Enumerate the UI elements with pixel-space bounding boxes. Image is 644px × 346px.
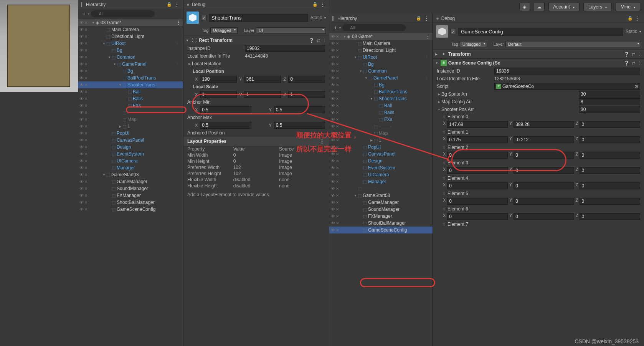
tree-item[interactable]: 👁⨯⬚GameManager <box>78 178 183 185</box>
tree-item[interactable]: 👁⨯▼⬚GameStart03 <box>329 192 433 199</box>
tree-item[interactable]: 👁⨯⬚FXs <box>329 116 433 123</box>
tree-item[interactable]: 👁⨯⬚Design <box>78 144 183 151</box>
tree-item[interactable]: 👁⨯⬚Bg <box>78 47 183 54</box>
tag-dropdown[interactable]: Untagged <box>210 27 238 33</box>
tree-item[interactable]: 👁⨯⬚GameManager <box>329 199 433 206</box>
context-menu-icon[interactable]: ⋮ <box>174 2 180 8</box>
context-menu-icon[interactable]: ⋮ <box>320 2 326 8</box>
object-name-field[interactable] <box>458 28 623 36</box>
hierarchy-search[interactable] <box>342 24 406 31</box>
tree-item[interactable]: 👁⨯⬚Main Camera <box>78 26 183 33</box>
hierarchy-title[interactable]: Hierarchy <box>86 2 164 7</box>
tree-item[interactable]: 👁⨯⬚GameSceneConfig <box>329 227 433 233</box>
tree-item[interactable]: 👁⨯⬚ ------------- <box>78 109 183 116</box>
tree-item[interactable]: 👁⨯▼⬚Common <box>329 68 433 74</box>
tree-item[interactable]: 👁⨯⬚Directional Light <box>78 33 183 40</box>
tree-item[interactable]: 👁⨯▼⬚UIRoot〉 <box>78 40 183 47</box>
tree-item[interactable]: 👁⨯▼⬚Common <box>78 54 183 61</box>
hierarchy-panel-left: Hierarchy 🔒 ⋮ + ▾ 👁⨯▼◈03 Game*⋮👁⨯⬚Main C… <box>78 0 183 346</box>
tag-dropdown[interactable]: Untagged <box>460 41 487 47</box>
rect-transform-icon: ⛶ <box>191 37 197 43</box>
tree-item[interactable]: 👁⨯⬚Bg <box>78 68 183 74</box>
create-button[interactable]: + <box>332 25 339 31</box>
tree-item[interactable]: 👁⨯▼⬚ShooterTrans <box>329 95 433 102</box>
tree-item[interactable]: 👁⨯⬚GameSceneConfig <box>78 206 183 213</box>
tree-item[interactable]: 👁⨯⬚Balls <box>78 95 183 102</box>
preset-icon[interactable]: ⇄ <box>317 38 320 43</box>
account-dropdown[interactable]: Account <box>548 3 580 11</box>
cloud-icon[interactable]: ☁ <box>534 3 545 11</box>
tree-item[interactable]: 👁⨯⬚ ------------- <box>329 185 433 192</box>
tree-item[interactable]: 👁⨯⬚Balls <box>329 109 433 116</box>
pos-y[interactable] <box>244 76 281 83</box>
tree-item[interactable]: 👁⨯⬚FXManager <box>78 192 183 199</box>
hierarchy-search[interactable] <box>91 10 155 17</box>
scale-x[interactable] <box>200 91 237 98</box>
tree-item[interactable]: 👁⨯⬚BallPoolTrans <box>329 88 433 95</box>
scene-row[interactable]: 👁⨯▼◈03 Game*⋮ <box>78 19 183 26</box>
tree-item[interactable]: 👁⨯⬚EventSystem <box>78 151 183 157</box>
tree-item[interactable]: 👁⨯⬚Bg <box>329 81 433 88</box>
tree-item[interactable]: 👁⨯▼⬚UIRoot〉 <box>329 54 433 61</box>
main-toolbar: ◈ ☁ Account Layers Mine <box>329 0 644 14</box>
tree-item[interactable]: 👁⨯⬚CanvasPanel <box>329 151 433 157</box>
tree-item[interactable]: 👁⨯▼⬚ShooterTrans <box>78 81 183 88</box>
tree-item[interactable]: 👁⨯⬚PopUI <box>329 144 433 151</box>
layers-dropdown[interactable]: Layers <box>583 3 612 11</box>
menu-icon[interactable]: ⋮ <box>322 38 327 43</box>
hierarchy-tree[interactable]: 👁⨯▼◈03 Game*⋮👁⨯⬚Main Camera👁⨯⬚Directiona… <box>329 32 433 346</box>
tree-item[interactable]: 👁⨯⬚Bg <box>329 61 433 68</box>
active-checkbox[interactable]: ✓ <box>451 29 456 34</box>
tree-item[interactable]: 👁⨯▼⬚GamePanel〉 <box>78 61 183 68</box>
tree-item[interactable]: 👁⨯⬚FXManager <box>329 213 433 220</box>
scale-z[interactable] <box>288 91 325 98</box>
tree-item[interactable]: 👁⨯⬚EventSystem <box>329 164 433 171</box>
menu-icon[interactable]: ⋮ <box>635 15 641 22</box>
tree-item[interactable]: 👁⨯⬚Ball <box>78 88 183 95</box>
tree-item[interactable]: 👁⨯⬚ShootBallManager <box>78 199 183 206</box>
services-icon[interactable]: ◈ <box>519 3 530 11</box>
pos-x[interactable] <box>200 76 237 83</box>
lock-icon[interactable]: 🔒 <box>627 16 633 21</box>
object-name-field[interactable] <box>209 14 308 22</box>
tree-item[interactable]: 👁⨯⬚Main Camera <box>329 40 433 47</box>
tree-item[interactable]: 👁⨯▼⬚GameStart03 <box>78 171 183 178</box>
tree-item[interactable]: 👁⨯⬚Manager <box>78 164 183 171</box>
lock-icon[interactable]: 🔒 <box>167 2 172 7</box>
scale-y[interactable] <box>244 91 281 98</box>
tree-item[interactable]: 👁⨯⬚UICamera <box>78 157 183 164</box>
tree-item[interactable]: 👁⨯⬚CanvasPanel <box>78 137 183 144</box>
tree-item[interactable]: 👁⨯⬚PopUI <box>78 130 183 137</box>
layer-dropdown[interactable]: Default <box>505 41 641 47</box>
instance-id-field[interactable] <box>245 45 325 52</box>
lock-icon[interactable]: 🔒 <box>416 16 421 21</box>
tree-item[interactable]: 👁⨯⬚SoundManager <box>78 185 183 192</box>
layer-dropdown[interactable]: UI <box>256 27 326 33</box>
lock-icon[interactable]: 🔒 <box>312 2 318 7</box>
tree-item[interactable]: 👁⨯⬚UICamera <box>329 171 433 178</box>
tree-item[interactable]: 👁⨯⬚Design <box>329 157 433 164</box>
tree-item[interactable]: 👁⨯▼⬚GamePanel〉 <box>329 74 433 81</box>
tree-item[interactable]: 👁⨯⬚BallPoolTrans <box>78 74 183 81</box>
tree-item[interactable]: 👁⨯▶⬚1 <box>329 137 433 144</box>
active-checkbox[interactable]: ✓ <box>201 15 206 20</box>
tree-item[interactable]: 👁⨯⬚Manager <box>329 178 433 185</box>
menu-icon[interactable]: ⋮ <box>424 15 429 22</box>
layout-dropdown[interactable]: Mine <box>616 3 640 11</box>
tree-item[interactable]: 👁⨯⬚Map <box>78 116 183 123</box>
scene-row[interactable]: 👁⨯▼◈03 Game*⋮ <box>329 33 433 40</box>
tree-item[interactable]: 👁⨯⬚ ------------- <box>329 123 433 130</box>
tree-item[interactable]: 👁⨯⬚ShootBallManager <box>329 220 433 227</box>
pos-z[interactable] <box>288 76 325 83</box>
tree-item[interactable]: 👁⨯⬚Map <box>329 130 433 137</box>
debug-title[interactable]: Debug <box>192 2 310 7</box>
tree-item[interactable]: 👁⨯⬚SoundManager <box>329 206 433 213</box>
tree-item[interactable]: 👁⨯▶⬚1 <box>78 123 183 130</box>
create-button[interactable]: + <box>81 11 87 17</box>
hierarchy-tree[interactable]: 👁⨯▼◈03 Game*⋮👁⨯⬚Main Camera👁⨯⬚Directiona… <box>78 18 183 346</box>
tree-item[interactable]: 👁⨯⬚Ball <box>329 102 433 109</box>
component-foldout[interactable]: ▼ <box>186 39 190 42</box>
help-icon[interactable]: ❔ <box>309 38 314 43</box>
tree-item[interactable]: 👁⨯⬚FXs <box>78 102 183 109</box>
tree-item[interactable]: 👁⨯⬚Directional Light <box>329 47 433 54</box>
